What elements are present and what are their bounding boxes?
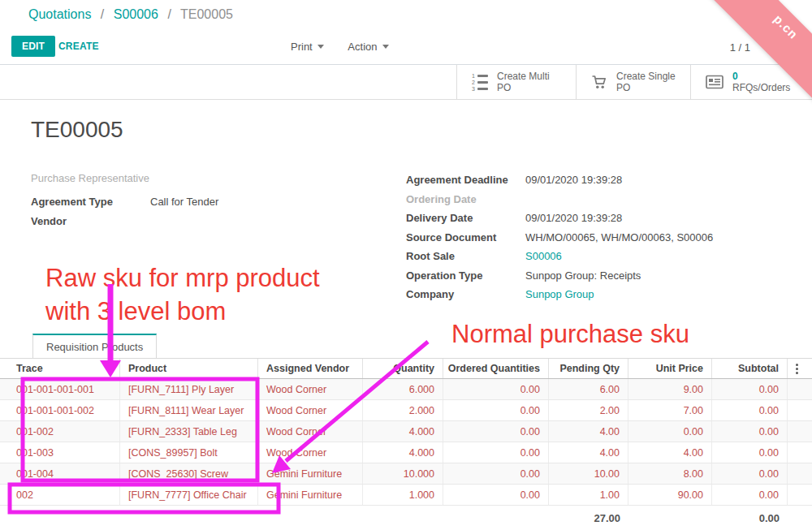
cell-quantity: 4.000 [363, 421, 443, 442]
control-panel: EDIT CREATE Print Action 1 / 1 [0, 29, 812, 65]
cell-product: [FURN_8111] Wear Layer [120, 400, 258, 420]
edit-button[interactable]: EDIT [11, 36, 55, 57]
cell-vendor: Wood Corner [258, 442, 363, 463]
cell-ordered: 0.00 [443, 379, 549, 399]
cell-product: [FURN_7777] Office Chair [120, 485, 258, 505]
cell-product: [FURN_7111] Ply Layer [120, 379, 258, 399]
company-link[interactable]: Sunpop Group [525, 288, 594, 300]
cell-vendor: Gemini Furniture [258, 463, 363, 484]
cell-subtotal: 0.00 [712, 442, 788, 463]
cell-trace: 002 [0, 485, 120, 505]
column-header-product[interactable]: Product [120, 359, 258, 378]
breadcrumb-separator: / [101, 7, 104, 21]
cell-pending: 1.00 [549, 485, 628, 505]
cell-quantity: 4.000 [363, 442, 443, 463]
stat-buttons: 1 2 3 Create Multi PO Create Single PO [456, 65, 812, 99]
cell-vendor: Wood Corner [258, 379, 363, 399]
total-pending-qty: 27.00 [549, 512, 620, 524]
table-body: 001-001-001-001 [FURN_7111] Ply Layer Wo… [0, 379, 812, 506]
cell-quantity: 1.000 [363, 485, 443, 505]
breadcrumb: Quotations / S00006 / TE00005 [0, 0, 812, 29]
cell-quantity: 10.000 [363, 463, 443, 484]
cell-unit-price: 0.00 [628, 421, 712, 442]
table-totals: 27.00 0.00 [0, 506, 812, 530]
field-purchase-representative: Purchase Representative [31, 172, 380, 184]
cell-trace: 001-001-001-002 [0, 400, 120, 420]
rfq-count-badge: 0 [732, 71, 738, 82]
cell-unit-price: 7.00 [628, 400, 712, 420]
root-sale-link[interactable]: S00006 [525, 250, 562, 262]
ordered-list-icon: 1 2 3 [472, 74, 488, 91]
table-row[interactable]: 001-002 [FURN_2333] Table Leg Wood Corne… [0, 421, 812, 442]
cell-product: [CONS_25630] Screw [120, 463, 258, 484]
field-operation-type: Operation Type Sunpop Group: Receipts [406, 269, 796, 282]
requisition-products-table: Trace Product Assigned Vendor Quantity O… [0, 358, 812, 530]
field-delivery-date: Delivery Date 09/01/2020 19:39:28 [406, 212, 796, 224]
column-header-assigned-vendor[interactable]: Assigned Vendor [258, 359, 363, 378]
breadcrumb-link-quotations[interactable]: Quotations [28, 7, 91, 21]
cell-vendor: Wood Corner [258, 400, 363, 420]
column-header-ordered-quantities[interactable]: Ordered Quantities [443, 359, 549, 378]
field-root-sale: Root Sale S00006 [406, 250, 796, 262]
breadcrumb-current: TE00005 [180, 7, 233, 21]
create-multi-po-button[interactable]: 1 2 3 Create Multi PO [456, 65, 576, 99]
cell-pending: 4.00 [549, 421, 628, 442]
column-header-quantity[interactable]: Quantity [363, 359, 443, 378]
annotation-note-raw-sku: Raw sku for mrp product with 3 level bom [45, 261, 320, 328]
breadcrumb-separator: / [167, 7, 171, 21]
caret-down-icon [317, 45, 324, 49]
print-menu[interactable]: Print [291, 41, 324, 53]
cell-trace: 001-003 [0, 442, 120, 463]
field-group-right: Agreement Deadline 09/01/2020 19:39:28 O… [406, 174, 796, 308]
cell-pending: 4.00 [549, 442, 628, 463]
cell-ordered: 0.00 [443, 421, 549, 442]
pager-count: 1 / 1 [730, 41, 750, 54]
field-vendor: Vendor [31, 215, 380, 227]
cell-quantity: 2.000 [363, 400, 443, 420]
table-row[interactable]: 001-001-001-001 [FURN_7111] Ply Layer Wo… [0, 379, 812, 400]
field-group-left: Purchase Representative Agreement Type C… [31, 172, 380, 234]
cell-unit-price: 9.00 [628, 379, 712, 399]
cell-subtotal: 0.00 [712, 421, 788, 442]
field-agreement-deadline: Agreement Deadline 09/01/2020 19:39:28 [406, 174, 796, 186]
action-menu[interactable]: Action [348, 41, 388, 53]
create-single-po-button[interactable]: Create Single PO [576, 65, 690, 99]
cell-subtotal: 0.00 [712, 400, 788, 420]
annotation-note-normal-sku: Normal purchase sku [451, 317, 689, 351]
table-header: Trace Product Assigned Vendor Quantity O… [0, 358, 812, 379]
statusbar: 1 2 3 Create Multi PO Create Single PO [0, 65, 812, 100]
total-subtotal: 0.00 [712, 512, 780, 524]
cart-icon [591, 74, 607, 90]
cell-ordered: 0.00 [443, 400, 549, 420]
field-ordering-date: Ordering Date [406, 193, 796, 205]
table-row[interactable]: 002 [FURN_7777] Office Chair Gemini Furn… [0, 485, 812, 506]
breadcrumb-link-s00006[interactable]: S00006 [114, 7, 158, 21]
cell-pending: 10.00 [549, 463, 628, 484]
column-header-subtotal[interactable]: Subtotal [712, 359, 788, 378]
column-header-trace[interactable]: Trace [0, 359, 120, 378]
field-company: Company Sunpop Group [406, 288, 796, 300]
optional-columns-icon[interactable] [788, 359, 806, 378]
cell-trace: 001-004 [0, 463, 120, 484]
cell-ordered: 0.00 [443, 442, 549, 463]
column-header-unit-price[interactable]: Unit Price [628, 359, 712, 378]
cell-subtotal: 0.00 [712, 485, 788, 505]
field-agreement-type: Agreement Type Call for Tender [31, 196, 380, 208]
action-menus: Print Action [291, 41, 410, 53]
rfq-card-icon [706, 75, 723, 89]
field-source-document: Source Document WH/MO/00065, WH/MO/00063… [406, 231, 796, 243]
cell-vendor: Wood Corner [258, 421, 363, 442]
table-row[interactable]: 001-004 [CONS_25630] Screw Gemini Furnit… [0, 463, 812, 485]
cell-ordered: 0.00 [443, 485, 549, 505]
table-row[interactable]: 001-003 [CONS_89957] Bolt Wood Corner 4.… [0, 442, 812, 463]
tab-requisition-products[interactable]: Requisition Products [32, 334, 157, 358]
column-header-pending-qty[interactable]: Pending Qty [549, 359, 628, 378]
cell-unit-price: 8.00 [628, 463, 712, 484]
table-row[interactable]: 001-001-001-002 [FURN_8111] Wear Layer W… [0, 400, 812, 421]
create-button[interactable]: CREATE [58, 41, 99, 52]
cell-vendor: Gemini Furniture [258, 485, 363, 505]
page-title: TE00005 [31, 117, 123, 143]
cell-quantity: 6.000 [363, 379, 443, 399]
cell-unit-price: 4.00 [628, 442, 712, 463]
cell-subtotal: 0.00 [712, 379, 788, 399]
